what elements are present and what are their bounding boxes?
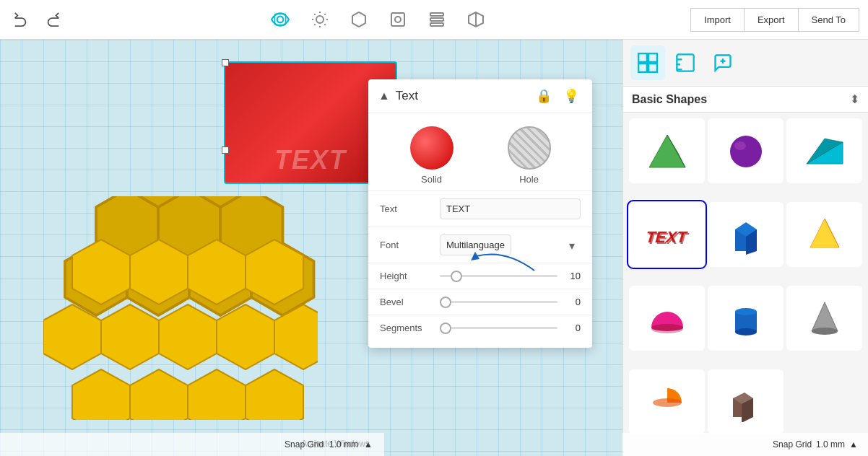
- shape-item-orange-partial[interactable]: [629, 369, 705, 434]
- export-button[interactable]: Export: [744, 8, 799, 32]
- bevel-slider[interactable]: [440, 301, 557, 303]
- right-panel: Basic Shapes ⬍: [622, 40, 868, 456]
- height-property-row: Height 10: [368, 263, 592, 289]
- svg-marker-60: [812, 302, 838, 331]
- solid-type-item[interactable]: Solid: [410, 126, 453, 185]
- text-input[interactable]: [440, 198, 581, 219]
- shape-canvas-gray-cone: [799, 295, 850, 342]
- font-property-row: Font Multilanguage Arial Helvetica ▾: [368, 227, 592, 263]
- layers-button[interactable]: [424, 8, 450, 31]
- bevel-value: 0: [563, 297, 581, 307]
- ruler-tab-button[interactable]: [668, 45, 703, 80]
- panel-lock-button[interactable]: 🔒: [533, 87, 555, 105]
- panel-title: Text: [396, 89, 527, 103]
- font-dropdown-arrow: ▾: [569, 238, 575, 252]
- panel-visibility-button[interactable]: 💡: [560, 87, 582, 105]
- view-mode-button[interactable]: [266, 7, 294, 32]
- svg-point-0: [277, 17, 284, 23]
- snap-grid-bar-value: 1.0 mm: [816, 439, 845, 450]
- hex-shape[interactable]: [43, 196, 318, 420]
- shape-item-yellow-pyramid[interactable]: [786, 202, 862, 267]
- svg-point-58: [735, 328, 757, 336]
- import-button[interactable]: Import: [690, 8, 744, 32]
- shape-item-pink-dome[interactable]: [629, 286, 705, 351]
- selection-handle-tl[interactable]: [222, 59, 229, 66]
- svg-rect-32: [638, 53, 647, 62]
- solid-icon: [410, 126, 453, 170]
- shape-canvas-text3d: TEXT TEXT: [642, 211, 693, 258]
- svg-point-61: [812, 328, 838, 335]
- svg-line-6: [324, 24, 325, 25]
- sendto-button[interactable]: Send To: [799, 8, 859, 32]
- height-slider[interactable]: [440, 275, 557, 277]
- toolbar-right: Import Export Send To: [690, 8, 859, 32]
- svg-line-9: [314, 24, 315, 25]
- shape-item-text3d[interactable]: TEXT TEXT: [629, 202, 705, 267]
- shape-canvas-teal-wedge: [799, 128, 850, 175]
- red-shape-text-watermark: TEXT: [274, 145, 347, 175]
- svg-rect-33: [648, 53, 657, 62]
- hole-type-item[interactable]: Hole: [508, 126, 551, 185]
- shape-item-gray-cone[interactable]: [786, 286, 862, 351]
- panel-collapse-button[interactable]: ▲: [378, 89, 390, 102]
- svg-marker-25: [217, 304, 274, 369]
- shape-canvas-orange-partial: [642, 379, 693, 426]
- svg-marker-27: [72, 369, 130, 420]
- segments-value: 0: [563, 323, 581, 333]
- mirror-button[interactable]: [463, 8, 489, 31]
- redo-button[interactable]: [40, 9, 65, 30]
- snap-grid-label: Snap Grid: [285, 439, 324, 450]
- snap-up-icon: ▲: [364, 439, 373, 450]
- svg-text:TEXT: TEXT: [646, 229, 690, 247]
- snap-grid-bar-label: Snap Grid: [773, 439, 812, 450]
- bevel-property-label: Bevel: [380, 297, 434, 307]
- hole-label: Hole: [519, 174, 539, 185]
- panel-header: ▲ Text 🔒 💡: [368, 79, 592, 113]
- selection-handle-bl[interactable]: [222, 146, 229, 154]
- hole-icon: [508, 126, 551, 170]
- shapes-grid: TEXT TEXT: [623, 113, 868, 456]
- shape-canvas-blue-cylinder: [721, 295, 771, 342]
- panel-select-arrows[interactable]: ⬍: [850, 92, 859, 106]
- svg-point-12: [395, 17, 401, 22]
- toolbar-center: [71, 7, 685, 32]
- bevel-property-row: Bevel 0: [368, 289, 592, 315]
- solid-label: Solid: [421, 174, 442, 185]
- height-value: 10: [563, 271, 581, 281]
- right-panel-header: Basic Shapes ⬍: [623, 86, 868, 113]
- font-dropdown-wrapper: Multilanguage Arial Helvetica ▾: [440, 234, 581, 255]
- undo-button[interactable]: [9, 9, 33, 30]
- bottom-bar: Snap Grid 1.0 mm ▲: [0, 433, 384, 456]
- svg-rect-35: [648, 63, 657, 72]
- shape-item-blue-cube[interactable]: [708, 202, 784, 267]
- light-button[interactable]: [307, 8, 333, 31]
- shape-canvas-purple-sphere: [721, 128, 771, 175]
- svg-marker-17: [43, 196, 69, 203]
- top-toolbar: Import Export Send To: [0, 0, 868, 40]
- font-select[interactable]: Multilanguage Arial Helvetica: [440, 234, 511, 255]
- right-panel-title: Basic Shapes: [632, 93, 850, 106]
- cube-tool-button[interactable]: [385, 8, 411, 31]
- svg-marker-42: [649, 135, 685, 167]
- shape-canvas-brown-box: [721, 379, 771, 426]
- shape-item-green-pyramid[interactable]: [629, 118, 705, 183]
- shape-item-teal-wedge[interactable]: [786, 118, 862, 183]
- shape-item-blue-cylinder[interactable]: [708, 286, 784, 351]
- svg-marker-29: [188, 369, 246, 420]
- svg-point-2: [316, 16, 324, 23]
- shape-item-brown-box[interactable]: [708, 369, 784, 434]
- snap-grid-bar: Snap Grid 1.0 mm ▲: [622, 433, 868, 456]
- property-panel: ▲ Text 🔒 💡 Solid Hole Text Font: [368, 79, 592, 348]
- svg-marker-30: [246, 369, 303, 420]
- svg-marker-53: [810, 219, 839, 247]
- text-tab-button[interactable]: [706, 45, 740, 80]
- segments-slider[interactable]: [440, 327, 557, 329]
- shapes-tab-button[interactable]: [630, 45, 665, 80]
- text-property-row: Text: [368, 190, 592, 227]
- segments-slider-row: 0: [440, 323, 581, 333]
- shape-item-purple-sphere[interactable]: [708, 118, 784, 183]
- svg-marker-28: [130, 369, 188, 420]
- shape-tool-button[interactable]: [346, 8, 372, 31]
- svg-point-62: [653, 398, 682, 407]
- toolbar-left: [9, 9, 65, 30]
